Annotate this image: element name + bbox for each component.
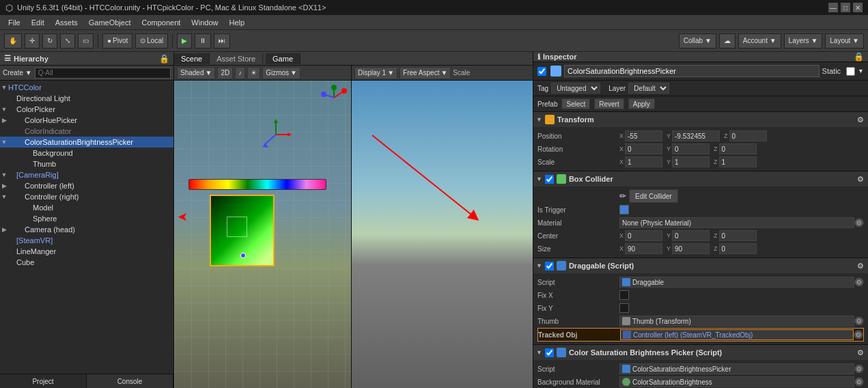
pos-y-input[interactable] (672, 130, 720, 141)
play-button[interactable]: ▶ (177, 33, 192, 48)
hierarchy-item-colorindicator[interactable]: ColorIndicator (0, 126, 173, 137)
scene-view[interactable]: ➤ (174, 81, 352, 388)
edit-collider-button[interactable]: Edit Collider (629, 189, 678, 203)
hierarchy-item-sphere[interactable]: Sphere (0, 213, 173, 224)
scene-fx-button[interactable]: ☀ (247, 67, 260, 79)
hierarchy-item-thumb[interactable]: Thumb (0, 158, 173, 169)
scene-2d-button[interactable]: 2D (217, 67, 233, 79)
sz-input[interactable] (719, 243, 757, 254)
cz-input[interactable] (719, 230, 757, 241)
cx-input[interactable] (625, 230, 662, 241)
rot-x-input[interactable] (625, 143, 662, 154)
thumb-select-btn[interactable]: ⊙ (854, 316, 864, 326)
hierarchy-item-controller-left[interactable]: ▶ Controller (left) (0, 180, 173, 191)
menu-gameobject[interactable]: GameObject (83, 17, 137, 28)
static-dropdown-icon[interactable]: ▼ (858, 68, 864, 74)
hierarchy-item-camera-head[interactable]: ▶ Camera (head) (0, 224, 173, 235)
menu-file[interactable]: File (3, 17, 26, 28)
color-script-settings-icon[interactable]: ⚙ (857, 348, 864, 357)
rot-y-input[interactable] (672, 143, 710, 154)
draggable-settings-icon[interactable]: ⚙ (857, 262, 864, 271)
prefab-revert-button[interactable]: Revert (594, 98, 624, 109)
cy-input[interactable] (672, 230, 710, 241)
hierarchy-item-linemanger[interactable]: LineManger (0, 246, 173, 257)
color-script-checkbox[interactable] (545, 348, 554, 357)
obj-active-checkbox[interactable] (537, 67, 546, 76)
move-tool[interactable]: ✛ (25, 33, 40, 48)
game-view[interactable] (352, 81, 533, 388)
layout-button[interactable]: Layout ▼ (825, 33, 864, 48)
collab-button[interactable]: Collab ▼ (679, 33, 716, 48)
tracked-obj-select-btn[interactable]: ⊙ (854, 330, 863, 340)
layers-button[interactable]: Layers ▼ (784, 33, 823, 48)
hierarchy-item-dirlight[interactable]: Directional Light (0, 93, 173, 104)
rect-tool[interactable]: ▭ (78, 33, 94, 48)
sx-input[interactable] (625, 243, 662, 254)
hierarchy-item-colorpicker[interactable]: ▼ ColorPicker (0, 104, 173, 115)
hierarchy-search[interactable] (35, 68, 171, 79)
minimize-button[interactable]: — (828, 3, 838, 12)
box-collider-header[interactable]: ▼ Box Collider ⚙ (533, 171, 868, 186)
menu-window[interactable]: Window (186, 17, 223, 28)
color-script-select-btn[interactable]: ⊙ (854, 364, 864, 374)
local-button[interactable]: ⊙ Local (135, 33, 168, 48)
pause-button[interactable]: ⏸ (195, 33, 211, 48)
fix-y-checkbox[interactable] (619, 303, 629, 313)
rot-z-input[interactable] (719, 143, 757, 154)
sy-input[interactable] (672, 243, 710, 254)
hierarchy-item-steamvr[interactable]: [SteamVR] (0, 235, 173, 246)
tab-console[interactable]: Console (87, 374, 173, 388)
pos-z-input[interactable] (729, 130, 767, 141)
prefab-select-button[interactable]: Select (561, 98, 590, 109)
hierarchy-item-camerarig[interactable]: ▼ [CameraRig] (0, 169, 173, 180)
scale-tool[interactable]: ⤡ (60, 33, 75, 48)
scene-audio-button[interactable]: ♪ (235, 67, 245, 79)
game-display-dropdown[interactable]: Display 1 ▼ (354, 67, 397, 79)
pivot-button[interactable]: ● Pivot (102, 33, 132, 48)
fix-x-checkbox[interactable] (619, 290, 629, 300)
static-checkbox[interactable] (846, 67, 855, 76)
obj-name-input[interactable] (564, 65, 820, 77)
menu-assets[interactable]: Assets (50, 17, 83, 28)
tag-dropdown[interactable]: Untagged (551, 83, 600, 94)
draggable-script-select-btn[interactable]: ⊙ (854, 277, 864, 287)
scale-y-input[interactable] (672, 156, 710, 167)
hierarchy-item-controller-right[interactable]: ▼ Controller (right) (0, 191, 173, 202)
color-script-header[interactable]: ▼ Color Saturation Brightness Picker (Sc… (533, 345, 868, 360)
rotate-tool[interactable]: ↻ (42, 33, 57, 48)
scale-x-input[interactable] (625, 156, 662, 167)
hierarchy-item-colorhuepicker[interactable]: ▶ ColorHuePicker (0, 115, 173, 126)
hierarchy-item-cube[interactable]: Cube (0, 257, 173, 268)
is-trigger-checkbox[interactable] (619, 205, 629, 214)
maximize-button[interactable]: □ (841, 3, 850, 12)
close-button[interactable]: ✕ (853, 3, 863, 12)
transform-settings-icon[interactable]: ⚙ (857, 115, 864, 124)
hierarchy-lock-icon[interactable]: 🔒 (159, 54, 169, 64)
account-button[interactable]: Account ▼ (738, 33, 781, 48)
transform-header[interactable]: ▼ Transform ⚙ (533, 112, 868, 127)
step-button[interactable]: ⏭ (214, 33, 230, 48)
tab-project[interactable]: Project (0, 374, 87, 388)
pos-x-input[interactable] (625, 130, 662, 141)
layer-dropdown[interactable]: Default (628, 83, 669, 94)
menu-help[interactable]: Help (223, 17, 250, 28)
draggable-header[interactable]: ▼ Draggable (Script) ⚙ (533, 258, 868, 273)
prefab-apply-button[interactable]: Apply (628, 98, 655, 109)
draggable-checkbox[interactable] (545, 262, 554, 271)
menu-edit[interactable]: Edit (26, 17, 50, 28)
box-collider-checkbox[interactable] (545, 175, 554, 184)
scene-shaded-dropdown[interactable]: Shaded ▼ (177, 67, 215, 79)
titlebar-controls[interactable]: — □ ✕ (828, 3, 863, 12)
scene-gizmos-dropdown[interactable]: Gizmos ▼ (262, 67, 300, 79)
menu-component[interactable]: Component (136, 17, 186, 28)
tab-game[interactable]: Game (266, 53, 300, 64)
hierarchy-item-model[interactable]: Model (0, 202, 173, 213)
material-select-btn[interactable]: ⊙ (854, 218, 864, 227)
bg-material-select-btn[interactable]: ⊙ (854, 377, 864, 387)
tab-asset-store[interactable]: Asset Store (210, 53, 263, 64)
hierarchy-item-htccolor[interactable]: ▼ HTCColor (0, 82, 173, 93)
game-aspect-dropdown[interactable]: Free Aspect ▼ (400, 67, 451, 79)
box-collider-settings-icon[interactable]: ⚙ (857, 175, 864, 184)
hierarchy-item-background[interactable]: Background (0, 148, 173, 158)
hierarchy-item-colorsaturation[interactable]: ▼ ColorSaturationBrightnessPicker (0, 137, 173, 148)
